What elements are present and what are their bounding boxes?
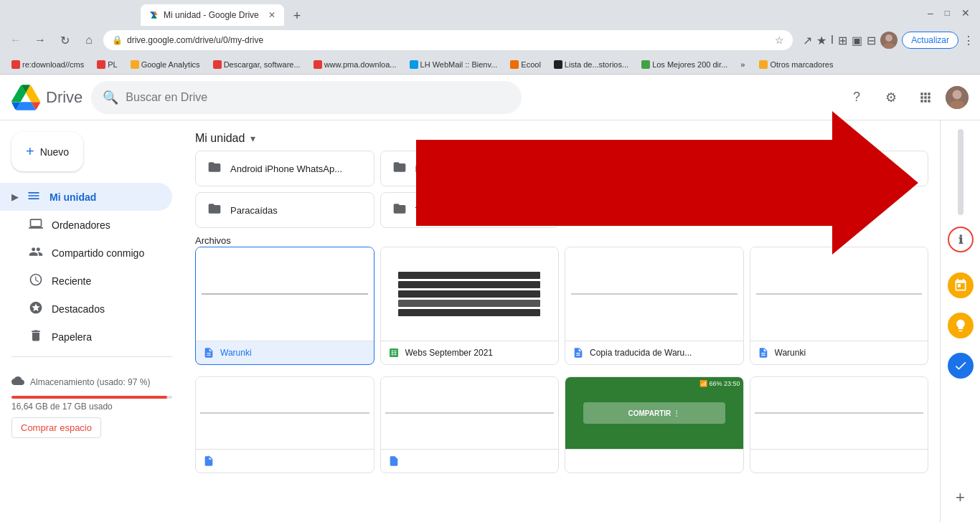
drive-app: Drive 🔍 ? ⚙ — [0, 75, 980, 522]
notes-button[interactable] — [948, 313, 974, 338]
buy-storage-button[interactable]: Comprar espacio — [11, 417, 101, 438]
scrollbar[interactable] — [958, 129, 963, 215]
folder-navidad[interactable]: navidad — [565, 151, 744, 186]
files-grid: Warunki — [195, 247, 928, 365]
bookmark-item-cms[interactable]: re:download//cms — [6, 59, 90, 70]
file-card-copia[interactable]: Copia traducida de Waru... — [565, 247, 744, 365]
tasks-button[interactable] — [948, 353, 974, 379]
sidebar-item-ordenadores[interactable]: Ordenadores — [0, 211, 172, 239]
doc-icon-6 — [388, 455, 400, 467]
main-content: + Nuevo ▶ Mi unidad Ordenadores — [0, 120, 980, 522]
sidebar-item-reciente[interactable]: Reciente — [0, 267, 172, 295]
reciente-icon — [29, 272, 43, 289]
content-area: Mi unidad ▾ Android iPhone WhatsAp... Do… — [184, 120, 940, 522]
bookmark-item-ecool[interactable]: Ecool — [504, 59, 547, 70]
new-tab-button[interactable]: + — [287, 6, 307, 26]
file-card-warunki-2[interactable]: Warunki — [750, 247, 929, 365]
bookmark-item-mejores[interactable]: Los Mejores 200 dir... — [636, 59, 733, 70]
search-input[interactable] — [126, 91, 510, 104]
extension-icon-3[interactable]: I — [831, 34, 834, 47]
dropdown-chevron-icon[interactable]: ▾ — [250, 133, 255, 144]
sidebar-item-papelera[interactable]: Papelera — [0, 323, 172, 351]
storage-label: Almacenamiento (usado: 97 %) — [30, 377, 150, 387]
user-avatar[interactable] — [946, 86, 969, 109]
my-drive-icon — [27, 189, 41, 205]
sidebar-item-compartido[interactable]: Compartido conmigo — [0, 239, 172, 267]
folder-paracaidas2[interactable]: Paracaídas — [195, 192, 374, 228]
sidebar-item-label-papelera: Papelera — [52, 331, 92, 343]
sidebar-item-destacados[interactable]: Destacados — [0, 295, 172, 323]
active-tab[interactable]: Mi unidad - Google Drive ✕ — [141, 4, 284, 26]
storage-bar-fill — [11, 396, 167, 399]
bookmark-star-icon[interactable]: ☆ — [775, 34, 784, 46]
apps-button[interactable] — [911, 83, 940, 112]
bookmark-favicon-mejores — [641, 60, 650, 69]
bookmark-label-lista: Lista de...storios... — [565, 60, 628, 69]
folder-downloadosurce[interactable]: Downloadosurce.es/net — [380, 151, 560, 186]
tab-close-icon[interactable]: ✕ — [268, 10, 275, 20]
browser-top-bar: Mi unidad - Google Drive ✕ + – □ ✕ — [0, 0, 980, 26]
file-card-phone[interactable]: 📶 66% 23:50 COMPARTIR ⋮ — [565, 376, 744, 473]
bookmark-label-descargar: Descargar, software... — [224, 60, 301, 69]
file-info-warunki-1: Warunki — [196, 341, 374, 364]
folder-name-android: Android iPhone WhatsAp... — [230, 163, 342, 174]
menu-icon[interactable]: ⋮ — [963, 34, 974, 47]
file-card-7[interactable] — [750, 376, 929, 473]
bookmark-favicon-analytics — [131, 60, 139, 69]
right-panel-plus-button[interactable]: + — [948, 485, 974, 511]
bookmark-item-pl[interactable]: PL — [91, 59, 123, 70]
file-card-5[interactable] — [195, 376, 374, 473]
bookmark-item-pma[interactable]: www.pma.downloa... — [308, 59, 402, 70]
file-card-webs[interactable]: Webs September 2021 — [380, 247, 560, 365]
extension-icon-5[interactable]: ▣ — [852, 34, 862, 47]
bookmark-item-otros[interactable]: Otros marcadores — [753, 59, 839, 70]
bookmark-favicon-cms — [11, 60, 20, 69]
bookmark-label-mejores: Los Mejores 200 dir... — [652, 60, 727, 69]
close-icon[interactable]: ✕ — [957, 7, 974, 19]
bookmark-item-analytics[interactable]: Google Analytics — [125, 59, 206, 70]
back-button[interactable]: ← — [6, 30, 26, 50]
bookmark-label-otros: Otros marcadores — [770, 60, 833, 69]
calendar-button[interactable] — [948, 272, 974, 298]
refresh-button[interactable]: ↻ — [55, 30, 75, 50]
file-name-warunki-1: Warunki — [220, 348, 367, 358]
papelera-icon — [29, 328, 43, 345]
new-button[interactable]: + Nuevo — [11, 132, 83, 171]
address-bar-row: ← → ↻ ⌂ 🔒 drive.google.com/drive/u/0/my-… — [0, 26, 980, 54]
lock-icon: 🔒 — [112, 35, 123, 45]
folder-paracaidas[interactable]: paracaidas — [750, 151, 929, 186]
maximize-icon[interactable]: □ — [941, 8, 954, 18]
extension-icon-6[interactable]: ⊟ — [867, 34, 876, 47]
extension-icon-4[interactable]: ⊞ — [838, 34, 847, 47]
bookmark-favicon-lista — [554, 60, 562, 69]
help-button[interactable]: ? — [842, 83, 871, 112]
address-bar[interactable]: 🔒 drive.google.com/drive/u/0/my-drive ☆ — [103, 30, 793, 50]
bookmark-item-descargar[interactable]: Descargar, software... — [207, 59, 306, 70]
search-bar[interactable]: 🔍 — [91, 81, 522, 114]
folder-android[interactable]: Android iPhone WhatsAp... — [195, 151, 374, 186]
sidebar-item-mi-unidad[interactable]: ▶ Mi unidad — [0, 183, 172, 211]
info-panel-button[interactable]: ℹ — [948, 227, 974, 252]
expand-icon: ▶ — [11, 192, 18, 202]
file-card-warunki-1[interactable]: Warunki — [195, 247, 374, 365]
extension-icon-1[interactable]: ↗ — [803, 34, 812, 47]
bookmark-favicon-pl — [97, 60, 105, 69]
bookmark-item-lista[interactable]: Lista de...storios... — [548, 59, 634, 70]
update-button[interactable]: Actualizar — [902, 32, 958, 49]
bookmark-item-webmail[interactable]: LH WebMail :: Bienv... — [404, 59, 504, 70]
extension-icon-2[interactable]: ★ — [816, 34, 826, 47]
sidebar-divider — [11, 356, 172, 357]
bookmark-item-more[interactable]: » — [735, 59, 750, 70]
settings-button[interactable]: ⚙ — [877, 83, 905, 112]
bookmark-favicon-webmail — [410, 60, 418, 69]
file-card-6[interactable] — [380, 376, 560, 473]
minimize-icon[interactable]: – — [923, 7, 938, 19]
forward-button[interactable]: → — [30, 30, 50, 50]
address-bar-avatar[interactable] — [880, 32, 897, 49]
folder-takeout[interactable]: Takeout — [380, 192, 560, 228]
home-button[interactable]: ⌂ — [79, 30, 99, 50]
bookmark-label-analytics: Google Analytics — [141, 60, 200, 69]
file-info-phone — [565, 449, 743, 461]
notes-icon — [953, 318, 968, 333]
file-preview-webs — [381, 247, 559, 341]
